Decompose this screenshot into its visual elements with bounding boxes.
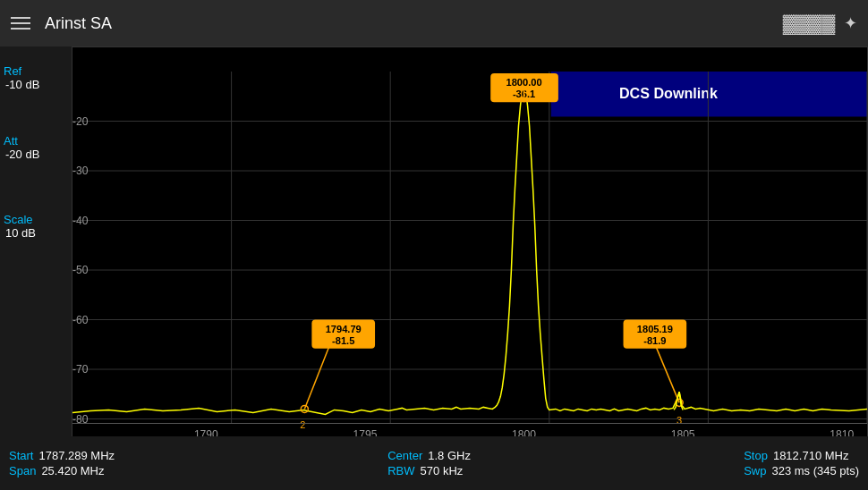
ref-title: Ref [0,64,72,78]
header-right: ▓▓▓▓ ✦ [783,13,857,34]
svg-text:-50: -50 [72,264,89,276]
ref-value: -10 dB [0,78,72,91]
rbw-value: 570 kHz [421,464,464,477]
svg-text:2: 2 [300,419,305,430]
rbw-item: RBW 570 kHz [387,464,471,477]
span-value: 25.420 MHz [41,464,104,477]
svg-text:1800.00: 1800.00 [506,77,541,88]
span-label: Span [9,464,36,477]
main-area: Ref -10 dB Att -20 dB Scale 10 dB DCS Do… [0,46,868,490]
battery-icon: ▓▓▓▓ [783,13,835,34]
span-item: Span 25.420 MHz [9,464,115,477]
bottom-center: Center 1.8 GHz RBW 570 kHz [387,449,471,477]
start-item: Start 1787.289 MHz [9,449,115,462]
att-value: -20 dB [0,148,72,161]
scale-title: Scale [0,213,72,226]
stop-value: 1812.710 MHz [773,449,849,462]
svg-text:-40: -40 [72,215,89,227]
svg-text:-81.9: -81.9 [643,335,666,346]
att-title: Att [0,134,72,148]
swp-label: Swp [744,464,766,477]
att-group: Att -20 dB [0,134,72,161]
svg-text:-81.5: -81.5 [332,335,354,346]
bottom-bar: Start 1787.289 MHz Span 25.420 MHz Cente… [0,436,868,490]
stop-item: Stop 1812.710 MHz [744,449,859,462]
start-value: 1787.289 MHz [38,449,115,462]
svg-text:-30: -30 [72,165,89,177]
chart-container[interactable]: DCS Downlink -20 -30 -40 -50 -60 -70 -80 [72,46,868,490]
app-title: Arinst SA [45,14,112,33]
ref-group: Ref -10 dB [0,64,72,91]
bottom-left: Start 1787.289 MHz Span 25.420 MHz [9,449,115,477]
center-item: Center 1.8 GHz [387,449,471,462]
left-labels: Ref -10 dB Att -20 dB Scale 10 dB [0,46,72,490]
menu-button[interactable] [11,17,30,30]
scale-value: 10 dB [0,226,72,240]
svg-text:-60: -60 [72,314,89,326]
svg-text:-70: -70 [72,363,89,376]
header: Arinst SA ▓▓▓▓ ✦ [0,0,868,46]
start-label: Start [9,449,33,462]
svg-rect-0 [72,72,867,465]
svg-text:DCS Downlink: DCS Downlink [619,85,718,101]
bluetooth-icon: ✦ [844,13,857,33]
center-label: Center [387,449,422,462]
center-value: 1.8 GHz [428,449,471,462]
swp-item: Swp 323 ms (345 pts) [744,464,859,477]
bottom-right: Stop 1812.710 MHz Swp 323 ms (345 pts) [744,449,859,477]
scale-group: Scale 10 dB [0,213,72,240]
svg-text:-20: -20 [72,115,89,128]
rbw-label: RBW [387,464,414,477]
svg-text:1805.19: 1805.19 [637,324,673,334]
stop-label: Stop [744,449,768,462]
swp-value: 323 ms (345 pts) [771,464,859,477]
svg-text:1794.79: 1794.79 [326,324,362,334]
